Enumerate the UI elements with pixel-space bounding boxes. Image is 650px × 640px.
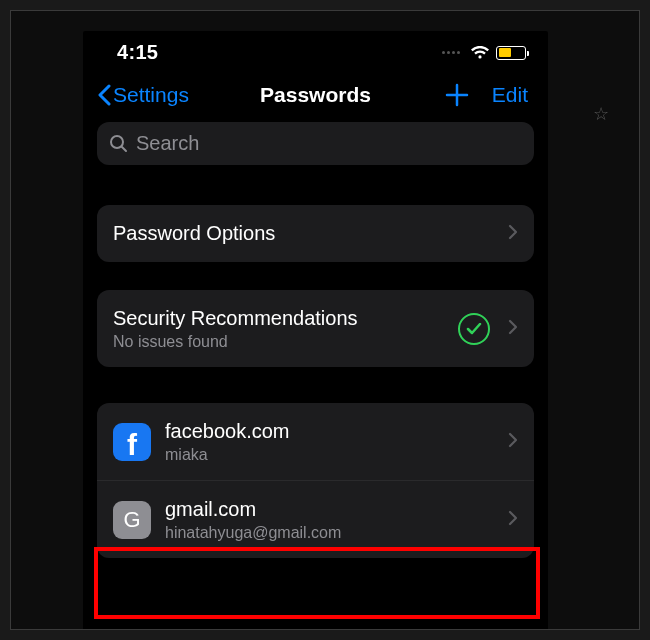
account-site: gmail.com (165, 497, 498, 522)
background-star-icon: ☆ (593, 103, 609, 125)
edit-button[interactable]: Edit (492, 83, 528, 107)
options-group: Password Options (97, 205, 534, 262)
chevron-right-icon (508, 319, 518, 339)
svg-point-0 (111, 136, 123, 148)
facebook-app-icon: f (113, 423, 151, 461)
security-group: Security Recommendations No issues found (97, 290, 534, 367)
accounts-group: f facebook.com miaka G gmail.com hinatah… (97, 403, 534, 558)
search-container (83, 122, 548, 165)
phone-screen: 4:15 Settings Passwords Edit (83, 31, 548, 630)
battery-icon (496, 46, 526, 60)
chevron-right-icon (508, 224, 518, 244)
row-title: Security Recommendations (113, 306, 458, 331)
account-user: hinatahyuga@gmail.com (165, 524, 498, 542)
status-indicators (442, 46, 526, 60)
generic-app-icon: G (113, 501, 151, 539)
account-user: miaka (165, 446, 498, 464)
password-options-row[interactable]: Password Options (97, 205, 534, 262)
add-button[interactable] (444, 82, 470, 108)
wifi-icon (470, 46, 490, 60)
security-recommendations-row[interactable]: Security Recommendations No issues found (97, 290, 534, 367)
account-row-facebook[interactable]: f facebook.com miaka (97, 403, 534, 480)
back-label: Settings (113, 83, 189, 107)
search-input[interactable] (136, 132, 522, 155)
chevron-right-icon (508, 510, 518, 530)
row-title: Password Options (113, 221, 498, 246)
checkmark-badge-icon (458, 313, 490, 345)
nav-actions: Edit (444, 82, 528, 108)
back-button[interactable]: Settings (97, 83, 189, 107)
row-subtitle: No issues found (113, 333, 458, 351)
status-time: 4:15 (117, 41, 158, 64)
status-bar: 4:15 (83, 31, 548, 70)
cellular-dots-icon (442, 51, 460, 54)
search-icon (109, 134, 128, 153)
chevron-left-icon (97, 84, 111, 106)
outer-frame: ☆ 4:15 Settings Passwords (10, 10, 640, 630)
search-bar[interactable] (97, 122, 534, 165)
account-row-gmail[interactable]: G gmail.com hinatahyuga@gmail.com (97, 480, 534, 558)
nav-bar: Settings Passwords Edit (83, 70, 548, 122)
plus-icon (444, 82, 470, 108)
account-site: facebook.com (165, 419, 498, 444)
chevron-right-icon (508, 432, 518, 452)
